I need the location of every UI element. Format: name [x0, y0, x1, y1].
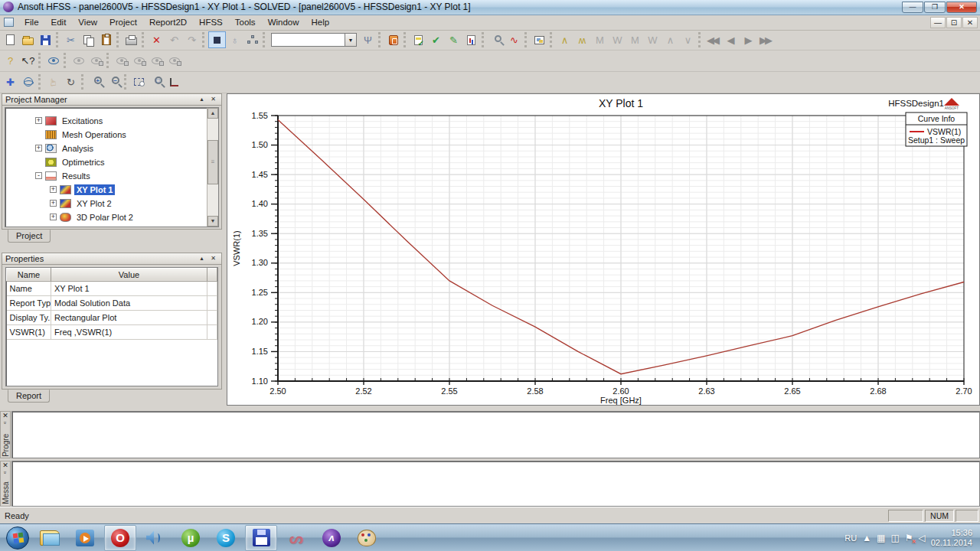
close-icon[interactable]: ✕ [2, 461, 8, 469]
tree-item-port-field-display[interactable]: +Port Field Display [5, 224, 218, 227]
menu-project[interactable]: Project [103, 16, 143, 28]
eye-option-1-icon[interactable] [113, 52, 130, 69]
zoom-window-icon[interactable] [130, 73, 148, 90]
nav-first-icon[interactable]: ◀◀ [704, 31, 722, 48]
copy-image-icon[interactable] [531, 31, 548, 48]
rotate-view-icon[interactable]: ↻ [62, 73, 80, 90]
close-button[interactable]: ✕ [946, 2, 977, 13]
maximize-button[interactable]: ❐ [924, 2, 946, 13]
property-value[interactable]: Rectangular Plot [51, 310, 207, 324]
delete-icon[interactable]: ✕ [148, 31, 165, 48]
tree-item-results[interactable]: -Results [5, 169, 218, 183]
paste-icon[interactable] [97, 31, 115, 48]
column-header-name[interactable]: Name [7, 268, 51, 281]
undo-icon[interactable]: ↶ [165, 31, 183, 48]
wave-up-icon[interactable]: ∧ [662, 31, 679, 48]
select-object-icon[interactable] [208, 31, 226, 48]
new-file-icon[interactable] [2, 31, 19, 48]
move-3d-icon[interactable]: ✚ [2, 73, 19, 90]
menu-edit[interactable]: Edit [45, 16, 73, 28]
menu-file[interactable]: File [18, 16, 45, 28]
results-doc-icon[interactable] [462, 31, 480, 48]
tree-item-label[interactable]: XY Plot 1 [74, 184, 115, 195]
menu-view[interactable]: View [72, 16, 103, 28]
mdi-minimize-button[interactable]: — [930, 17, 946, 28]
menu-hfss[interactable]: HFSS [193, 16, 229, 28]
nav-prev-icon[interactable]: ◀ [722, 31, 740, 48]
analyze-all-icon[interactable]: ✎ [445, 31, 462, 48]
tray-network-icon[interactable]: ◫ [890, 533, 899, 543]
menu-tools[interactable]: Tools [229, 16, 262, 28]
tree-item-label[interactable]: XY Plot 2 [74, 198, 114, 209]
menu-window[interactable]: Window [262, 16, 305, 28]
chevron-icon[interactable]: » [3, 421, 8, 424]
child-window-icon[interactable] [4, 18, 14, 27]
expand-icon[interactable]: + [50, 214, 57, 220]
tree-item-label[interactable]: 3D Polar Plot 2 [74, 212, 136, 223]
scroll-up-icon[interactable]: ▲ [207, 108, 218, 119]
eye-option-4-icon[interactable] [165, 52, 183, 69]
tree-scrollbar[interactable]: ▲ ≡ ▼ [207, 108, 218, 227]
column-header-value[interactable]: Value [51, 268, 207, 281]
property-value[interactable]: Freq ,VSWR(1) [51, 324, 207, 339]
help-topics-icon[interactable]: ? [2, 52, 19, 69]
pin-icon[interactable]: ▴ [197, 254, 207, 262]
tree-item-label[interactable]: Analysis [60, 143, 96, 154]
tree-item-label[interactable]: Optimetrics [60, 157, 107, 168]
eye-option-2-icon[interactable] [130, 52, 148, 69]
tray-volume-icon[interactable]: ◁ [919, 533, 926, 543]
taskbar-opera-button[interactable]: O [104, 525, 136, 551]
tab-report[interactable]: Report [8, 390, 50, 403]
active-design-input[interactable] [271, 33, 345, 47]
expand-icon[interactable]: + [50, 186, 57, 193]
language-indicator[interactable]: RU [844, 533, 857, 543]
tree-item-mesh-operations[interactable]: Mesh Operations [5, 128, 218, 142]
tree-item-3d-polar-plot-2[interactable]: +3D Polar Plot 2 [5, 210, 218, 224]
menu-help[interactable]: Help [305, 16, 336, 28]
measure-probe-icon[interactable]: ♁ [226, 31, 243, 48]
taskbar-volume-mixer-button[interactable] [139, 525, 172, 551]
taskbar-paint-button[interactable] [351, 525, 383, 551]
nav-next-icon[interactable]: ▶ [740, 31, 757, 48]
design-tree-icon[interactable]: Ψ [359, 31, 377, 48]
close-icon[interactable]: ✕ [208, 254, 218, 262]
taskbar-save-tool-button[interactable] [245, 525, 277, 551]
pin-icon[interactable]: ▴ [197, 95, 207, 103]
taskbar-media-player-button[interactable] [69, 525, 101, 551]
property-row[interactable]: Report TypeModal Solution Data [7, 295, 217, 310]
expand-icon[interactable]: + [35, 145, 42, 152]
print-icon[interactable] [122, 31, 140, 48]
taskbar-utorrent-button[interactable]: µ [175, 525, 207, 551]
tree-item-xy-plot-1[interactable]: +XY Plot 1 [5, 183, 218, 197]
zoom-out-icon[interactable]: − [105, 73, 122, 90]
tree-item-label[interactable]: Mesh Operations [60, 129, 129, 140]
taskbar-explorer-button[interactable] [34, 525, 66, 551]
tree-item-label[interactable]: Excitations [60, 116, 105, 126]
xy-plot-window[interactable]: 1.101.151.201.251.301.351.401.451.501.55… [227, 93, 980, 406]
zoom-in-icon[interactable]: + [87, 73, 105, 90]
taskbar-ansoft-hfss-button[interactable]: ʌ [315, 525, 348, 551]
collapse-icon[interactable]: - [35, 172, 42, 179]
validate-icon[interactable] [410, 31, 427, 48]
validation-check-icon[interactable]: ✔ [427, 31, 445, 48]
copy-icon[interactable] [80, 31, 97, 48]
start-button[interactable] [6, 527, 29, 549]
wave-double-m-icon[interactable]: ʍ [573, 31, 591, 48]
combo-dropdown-icon[interactable]: ▼ [345, 33, 357, 47]
scroll-thumb[interactable]: ≡ [207, 140, 218, 184]
taskbar-swirl-app-button[interactable]: ᔕ [280, 525, 312, 551]
close-icon[interactable]: ✕ [208, 95, 218, 103]
nav-last-icon[interactable]: ▶▶ [757, 31, 775, 48]
wave-w2-icon[interactable]: W [644, 31, 662, 48]
tray-calendar-icon[interactable]: ▦ [877, 533, 885, 543]
property-row[interactable]: VSWR(1)Freq ,VSWR(1) [7, 324, 217, 339]
wave-m2-icon[interactable]: M [626, 31, 644, 48]
axes-view-icon[interactable] [165, 73, 183, 90]
expand-icon[interactable]: + [35, 117, 42, 124]
tray-expand-icon[interactable]: ▲ [862, 533, 871, 543]
magnifier-icon[interactable] [488, 31, 505, 48]
tree-item-excitations[interactable]: +Excitations [5, 114, 218, 128]
tree-item-optimetrics[interactable]: Optimetrics [5, 155, 218, 169]
taskbar-skype-button[interactable]: S [210, 525, 242, 551]
redo-icon[interactable]: ↷ [183, 31, 201, 48]
